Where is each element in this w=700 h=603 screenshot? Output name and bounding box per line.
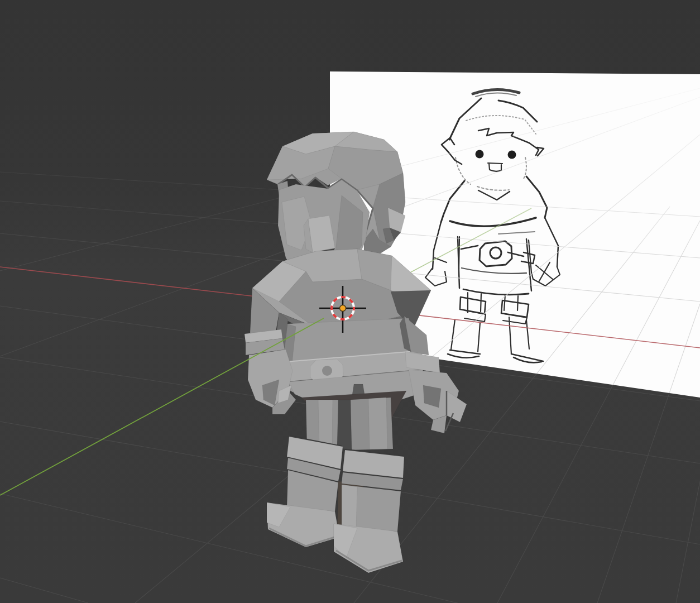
- sketch-eye-left: [476, 150, 484, 159]
- sketch-eye-right: [508, 151, 516, 159]
- 3d-viewport[interactable]: [0, 0, 700, 603]
- character-boot-right: [334, 449, 404, 573]
